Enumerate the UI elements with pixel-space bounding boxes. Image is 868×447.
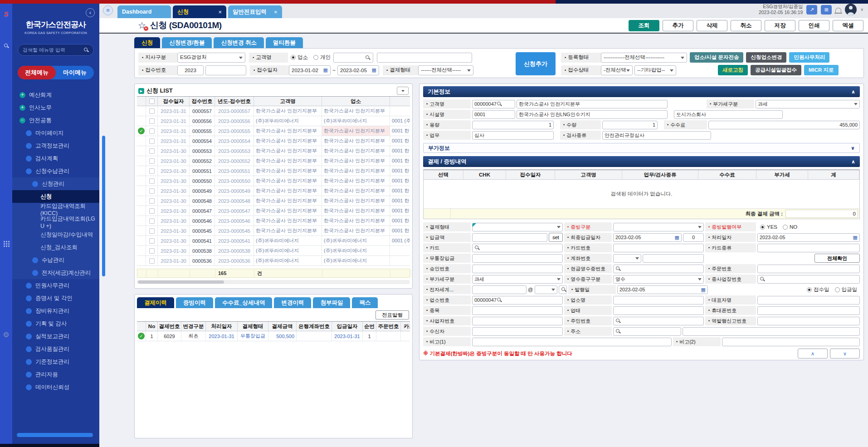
text-input[interactable] (472, 327, 563, 336)
change-business-button[interactable]: 신청업소변경 (746, 52, 786, 63)
text-input[interactable] (613, 244, 704, 252)
search-input[interactable] (613, 265, 704, 273)
table-row[interactable]: 2023-01-3100005572023-0000557한국가스공사 인천기지… (137, 106, 410, 116)
subtab[interactable]: 신청 (134, 37, 160, 48)
row-checkbox[interactable] (149, 208, 155, 214)
sidebar-item[interactable]: 신청_검사조회 (12, 241, 99, 254)
radio-business[interactable] (291, 55, 296, 60)
sidebar-item[interactable]: +전자(세금)계산관리 (12, 266, 99, 279)
row-checkbox[interactable] (149, 238, 155, 244)
text-input[interactable] (472, 265, 563, 273)
row-checkbox[interactable] (149, 108, 155, 114)
search-icon[interactable] (615, 329, 621, 334)
table-row[interactable]: 2023-01-3000005502023-0000550한국가스공사 인천기지… (137, 176, 410, 186)
date-input[interactable]: 2023-02-05▦ (617, 285, 708, 294)
sidebar-item[interactable]: 신청일마감/수입내역 (12, 228, 99, 241)
collapse-chevron-icon[interactable]: ∧ (851, 159, 855, 165)
search-icon[interactable] (615, 318, 621, 324)
row-checkbox[interactable] (149, 138, 155, 144)
expand-plus-icon[interactable]: + (20, 92, 25, 98)
text-input[interactable] (472, 317, 563, 325)
tab-일반전표입력[interactable]: 일반전표입력× (228, 5, 282, 18)
checkbox-cell[interactable] (146, 176, 158, 186)
expand-plus-icon[interactable]: + (26, 130, 32, 136)
table-row[interactable]: ✓2023-01-3100005552023-0000555한국가스공사 인천기… (137, 126, 410, 136)
expand-plus-icon[interactable]: + (26, 156, 32, 162)
text-input[interactable] (472, 306, 563, 315)
search-icon[interactable] (760, 276, 765, 282)
sidebar-item[interactable]: +인사노무 (12, 101, 99, 114)
toolbar-button[interactable]: 삭제 (697, 20, 727, 31)
text-input[interactable]: 1 (602, 121, 658, 129)
sidebar-item[interactable]: +마이페이지 (12, 127, 99, 139)
expand-plus-icon[interactable]: + (26, 321, 32, 327)
checkbox-cell[interactable] (146, 226, 158, 236)
checkbox-cell[interactable] (146, 116, 158, 126)
toolbar-button[interactable]: 저장 (765, 20, 795, 31)
sidebar-item[interactable]: −안전공통 (12, 114, 99, 127)
table-row[interactable]: 2023-01-3000005362023-0000536(주)귀뚜라미에너지(… (137, 256, 410, 266)
expand-plus-icon[interactable]: + (26, 334, 32, 339)
radio-person[interactable] (313, 55, 318, 60)
all-menu-button[interactable]: 전체메뉴 (18, 66, 56, 79)
branch-select[interactable]: ESG경영처 (177, 53, 245, 63)
text-input[interactable] (757, 317, 860, 325)
row-checkbox[interactable] (149, 258, 155, 264)
table-row[interactable]: 2023-01-3000005512023-0000551한국가스공사 인천기지… (137, 166, 410, 176)
menu-search-input[interactable]: 검색할 메뉴명 입력 (18, 44, 94, 56)
sidebar-item[interactable]: +고객정보관리 (12, 139, 99, 152)
collapse-minus-icon[interactable]: − (20, 118, 25, 123)
search-icon[interactable] (561, 287, 566, 292)
sidebar-item[interactable]: +기획 및 감사 (12, 317, 99, 330)
date-to-input[interactable]: 2023-02-05▦ (337, 65, 379, 75)
toolbar-button[interactable]: 인쇄 (799, 20, 829, 31)
sidebar-item[interactable]: +장비유지관리 (12, 305, 99, 317)
registration-type-select[interactable]: ------------전체선택----------- (601, 53, 687, 63)
row-checkbox[interactable] (149, 248, 155, 254)
confirm-all-button[interactable]: 전체확인 (814, 254, 860, 263)
user-menu-chevron-icon[interactable]: ∨ (860, 7, 863, 12)
expand-plus-icon[interactable]: + (32, 270, 38, 276)
select-input[interactable] (472, 223, 563, 231)
search-input[interactable] (613, 317, 704, 325)
table-row[interactable]: 2023-01-3000005452023-0000545한국가스공사 인천기지… (137, 226, 410, 236)
sidebar-item[interactable]: 카드입금내역조회 (KICC) (12, 203, 99, 216)
scrollbar-thumb[interactable] (138, 280, 224, 284)
text-input[interactable] (757, 306, 860, 315)
checkbox-cell[interactable] (146, 146, 158, 156)
select-input[interactable] (613, 254, 641, 263)
history-tab[interactable]: 팩스 (352, 297, 378, 308)
search-button[interactable] (559, 285, 567, 294)
calendar-icon[interactable]: ▦ (701, 287, 706, 292)
receipt-year-input[interactable]: 2023 (177, 65, 204, 75)
text-input[interactable] (613, 296, 704, 305)
favorite-star-icon[interactable]: ☆+ (138, 21, 146, 30)
bulk-receipt-button[interactable]: 공급시설일괄접수 (751, 65, 801, 75)
sidebar-collapse-button[interactable]: ‹ (86, 8, 95, 17)
checkbox-cell[interactable] (146, 166, 158, 176)
receipt-no-input[interactable] (205, 65, 246, 75)
text-input[interactable]: 1 (472, 121, 554, 129)
content-scrollbar[interactable] (102, 136, 105, 276)
subtab[interactable]: 신청변경 취소 (214, 37, 263, 48)
expand-chevron-icon[interactable]: ∨ (851, 145, 855, 151)
sidebar-item[interactable]: +검사품질관리 (12, 343, 99, 355)
row-checkbox[interactable] (149, 118, 155, 124)
radio-button[interactable] (807, 287, 812, 292)
expand-plus-icon[interactable]: + (32, 257, 38, 263)
sidebar-item[interactable]: +민원사무관리 (12, 279, 99, 292)
row-checkbox[interactable] (149, 218, 155, 224)
row-checkbox[interactable] (149, 228, 155, 234)
sms-send-button[interactable]: 업소/시설 문자전송 (690, 52, 743, 63)
radio-button[interactable] (783, 225, 788, 230)
tab-close-icon[interactable]: × (274, 9, 278, 15)
expand-plus-icon[interactable]: + (26, 295, 32, 301)
checkbox-cell[interactable] (146, 126, 158, 136)
expand-plus-icon[interactable]: + (26, 372, 32, 378)
toolbar-button[interactable]: 조회 (629, 20, 659, 31)
checkbox-cell[interactable] (146, 136, 158, 146)
search-icon[interactable] (615, 266, 621, 271)
row-checkbox[interactable] (149, 198, 155, 204)
text-input[interactable] (643, 254, 704, 263)
search-input[interactable] (757, 275, 860, 284)
